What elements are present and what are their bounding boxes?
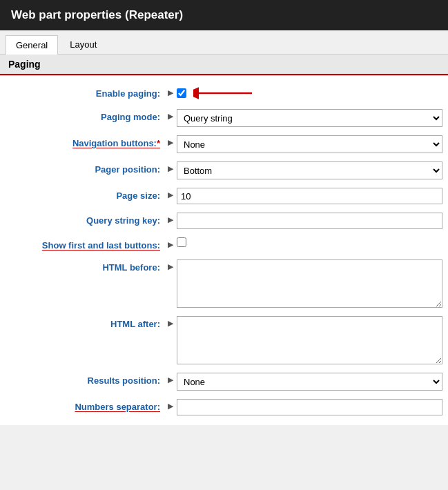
row-results-position: Results position: ▶ None Top Bottom bbox=[0, 369, 448, 395]
arrow-show-first-last: ▶ bbox=[164, 237, 177, 249]
arrow-results-position: ▶ bbox=[164, 373, 177, 384]
tab-bar: General Layout bbox=[0, 30, 448, 55]
arrow-html-before: ▶ bbox=[164, 259, 177, 271]
control-navigation-buttons: None Previous / Next Numbers bbox=[177, 135, 442, 153]
show-first-last-checkbox[interactable] bbox=[177, 237, 186, 247]
label-pager-position: Pager position: bbox=[6, 161, 164, 175]
label-query-string-key: Query string key: bbox=[6, 213, 164, 226]
query-string-key-input[interactable] bbox=[177, 213, 442, 229]
control-html-before bbox=[177, 259, 442, 308]
paging-mode-select[interactable]: Query string Postback URL bbox=[177, 109, 442, 127]
title-bar: Web part properties (Repeater) bbox=[0, 0, 448, 30]
label-html-before: HTML before: bbox=[6, 259, 164, 273]
arrow-enable-paging: ▶ bbox=[164, 86, 177, 97]
arrow-query-string-key: ▶ bbox=[164, 213, 177, 224]
row-html-before: HTML before: ▶ bbox=[0, 255, 448, 312]
row-query-string-key: Query string key: ▶ bbox=[0, 208, 448, 233]
arrow-numbers-separator: ▶ bbox=[164, 399, 177, 411]
control-query-string-key bbox=[177, 213, 442, 229]
navigation-buttons-select[interactable]: None Previous / Next Numbers bbox=[177, 135, 442, 153]
label-show-first-last: Show first and last buttons: bbox=[6, 237, 164, 251]
control-html-after bbox=[177, 316, 442, 364]
content-area: Paging Enable paging: ▶ bbox=[0, 55, 448, 425]
label-results-position: Results position: bbox=[6, 373, 164, 386]
arrow-navigation-buttons: ▶ bbox=[164, 135, 177, 147]
enable-paging-checkbox[interactable] bbox=[177, 88, 186, 98]
row-html-after: HTML after: ▶ bbox=[0, 312, 448, 369]
control-pager-position: Bottom Top Top and Bottom bbox=[177, 161, 442, 179]
tab-general[interactable]: General bbox=[6, 35, 58, 55]
arrow-page-size: ▶ bbox=[164, 188, 177, 199]
row-numbers-separator: Numbers separator: ▶ bbox=[0, 395, 448, 420]
row-show-first-last: Show first and last buttons: ▶ bbox=[0, 233, 448, 255]
label-numbers-separator: Numbers separator: bbox=[6, 399, 164, 412]
label-paging-mode: Paging mode: bbox=[6, 109, 164, 122]
control-show-first-last bbox=[177, 237, 442, 247]
page-title: Web part properties (Repeater) bbox=[11, 8, 183, 21]
control-results-position: None Top Bottom bbox=[177, 373, 442, 391]
label-navigation-buttons: Navigation buttons:* bbox=[6, 135, 164, 148]
row-page-size: Page size: ▶ bbox=[0, 184, 448, 208]
page-size-input[interactable] bbox=[177, 188, 442, 204]
tab-layout[interactable]: Layout bbox=[59, 35, 107, 54]
label-html-after: HTML after: bbox=[6, 316, 164, 329]
row-pager-position: Pager position: ▶ Bottom Top Top and Bot… bbox=[0, 157, 448, 184]
results-position-select[interactable]: None Top Bottom bbox=[177, 373, 442, 391]
row-navigation-buttons: Navigation buttons:* ▶ None Previous / N… bbox=[0, 131, 448, 157]
numbers-separator-input[interactable] bbox=[177, 399, 442, 415]
row-paging-mode: Paging mode: ▶ Query string Postback URL bbox=[0, 105, 448, 131]
html-before-textarea[interactable] bbox=[177, 259, 442, 308]
section-header-wrap: Paging bbox=[0, 55, 448, 76]
html-after-textarea[interactable] bbox=[177, 316, 442, 364]
section-header: Paging bbox=[0, 55, 448, 75]
form-body: Enable paging: ▶ bbox=[0, 76, 448, 425]
control-paging-mode: Query string Postback URL bbox=[177, 109, 442, 127]
control-enable-paging bbox=[177, 86, 442, 101]
arrow-html-after: ▶ bbox=[164, 316, 177, 328]
red-arrow-annotation bbox=[193, 86, 255, 101]
label-enable-paging: Enable paging: bbox=[6, 86, 164, 99]
control-page-size bbox=[177, 188, 442, 204]
arrow-pager-position: ▶ bbox=[164, 161, 177, 173]
label-page-size: Page size: bbox=[6, 188, 164, 201]
pager-position-select[interactable]: Bottom Top Top and Bottom bbox=[177, 161, 442, 179]
control-numbers-separator bbox=[177, 399, 442, 415]
arrow-paging-mode: ▶ bbox=[164, 109, 177, 121]
row-enable-paging: Enable paging: ▶ bbox=[0, 81, 448, 105]
